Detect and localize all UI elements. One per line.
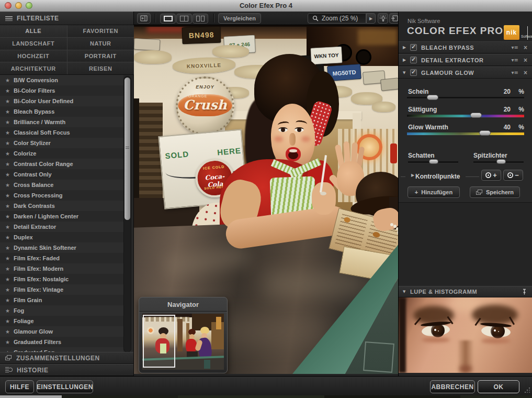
favorite-star-icon[interactable]: ★	[5, 151, 14, 157]
saettigung-slider-handle[interactable]	[470, 113, 482, 118]
schatten-slider-track[interactable]	[408, 161, 458, 163]
enabled-checkbox[interactable]: ✓	[410, 44, 417, 51]
enabled-checkbox[interactable]: ✓	[410, 57, 417, 63]
ok-button[interactable]: OK	[478, 380, 519, 393]
filter-list-item[interactable]: ★Film Efex: Vintage	[0, 284, 123, 295]
zoom-control[interactable]: Zoom (25 %)	[308, 13, 366, 24]
filter-list-item[interactable]: ★Dynamic Skin Softener	[0, 242, 123, 253]
hide-panel-button[interactable]	[137, 13, 151, 24]
chevron-right-icon[interactable]: ▶	[403, 45, 410, 50]
favorite-star-icon[interactable]: ★	[5, 277, 14, 282]
filter-list-item[interactable]: ★Bi-Color User Defined	[0, 96, 123, 106]
favorite-star-icon[interactable]: ★	[5, 182, 14, 188]
favorite-star-icon[interactable]: ★	[5, 329, 14, 335]
schatten-slider-handle[interactable]	[429, 159, 438, 164]
add-control-point-button[interactable]: +	[481, 170, 501, 181]
chevron-down-icon[interactable]: ▼	[403, 71, 410, 75]
favorite-star-icon[interactable]: ★	[5, 119, 14, 125]
navigator-view-rect[interactable]	[143, 315, 175, 368]
remove-filter-icon[interactable]: ×	[524, 57, 527, 64]
compare-button[interactable]: Vergleichen	[218, 13, 261, 24]
filter-list-item[interactable]: ★Foliage	[0, 316, 123, 326]
filter-list-item[interactable]: ★Colorize	[0, 148, 123, 159]
zoom-menu-button[interactable]: ▶	[366, 13, 376, 24]
filter-list-item[interactable]: ★Duplex	[0, 232, 123, 242]
chevron-right-icon[interactable]: ▶	[403, 58, 410, 62]
settings-button[interactable]: EINSTELLUNGEN	[37, 380, 93, 393]
filter-list-item[interactable]: ★Bi-Color Filters	[0, 85, 123, 96]
preset-menu-icon[interactable]: ▾≡	[512, 57, 518, 63]
category-alle[interactable]: ALLE	[0, 25, 67, 37]
filter-list-item[interactable]: ★Darken / Lighten Center	[0, 211, 123, 222]
preset-menu-icon[interactable]: ▾≡	[512, 45, 518, 50]
spitzlichter-slider-track[interactable]	[473, 161, 524, 163]
favorite-star-icon[interactable]: ★	[5, 266, 14, 272]
favorite-star-icon[interactable]: ★	[5, 256, 14, 261]
favorite-star-icon[interactable]: ★	[5, 203, 14, 209]
schein-slider-handle[interactable]	[427, 95, 438, 100]
navigator-panel[interactable]: Navigator	[139, 297, 228, 373]
spitzlichter-slider-handle[interactable]	[496, 159, 506, 164]
filter-list-item[interactable]: ★Fog	[0, 305, 123, 316]
stack-item-detail-extractor[interactable]: ▶ ✓ DETAIL EXTRACTOR ▾≡ ×	[399, 54, 532, 66]
view-split-button[interactable]	[176, 14, 192, 24]
favorite-star-icon[interactable]: ★	[5, 109, 14, 115]
favorite-star-icon[interactable]: ★	[5, 214, 14, 219]
category-favoriten[interactable]: FAVORITEN	[67, 25, 134, 37]
remove-control-point-button[interactable]: −	[503, 170, 523, 181]
category-architektur[interactable]: ARCHITEKTUR	[0, 62, 67, 74]
favorite-star-icon[interactable]: ★	[5, 172, 14, 178]
pin-icon[interactable]	[521, 288, 528, 295]
image-canvas[interactable]: BN498 87 ⋄ 246 63 948 WKN TOY MG50TD KNO…	[134, 25, 398, 374]
category-reisen[interactable]: REISEN	[67, 62, 134, 74]
favorite-star-icon[interactable]: ★	[5, 161, 14, 167]
filter-list-item[interactable]: ★Contrast Only	[0, 169, 123, 180]
favorite-star-icon[interactable]: ★	[5, 224, 14, 230]
chevron-down-icon[interactable]: ▼	[403, 290, 410, 294]
filter-list-item[interactable]: ★Film Efex: Modern	[0, 263, 123, 274]
schein-slider-track[interactable]	[407, 97, 524, 99]
favorite-star-icon[interactable]: ★	[5, 140, 14, 146]
scrollbar-thumb[interactable]	[124, 78, 130, 220]
stack-item-glamour-glow[interactable]: ▼ ✓ GLAMOUR GLOW ▾≡ ×	[399, 67, 532, 79]
titlebar[interactable]: Color Efex Pro 4	[0, 0, 532, 12]
favorite-star-icon[interactable]: ★	[5, 193, 14, 198]
filter-list-item[interactable]: ★Film Efex: Nostalgic	[0, 274, 123, 284]
favorite-star-icon[interactable]: ★	[5, 88, 14, 94]
favorite-star-icon[interactable]: ★	[5, 318, 14, 324]
glow-warmth-slider-handle[interactable]	[479, 130, 491, 136]
category-portrait[interactable]: PORTRAIT	[67, 50, 134, 62]
background-color-button[interactable]	[378, 13, 388, 24]
filter-list-item[interactable]: ★Detail Extractor	[0, 222, 123, 232]
stack-item-bleach-bypass[interactable]: ▶ ✓ BLEACH BYPASS ▾≡ ×	[399, 41, 532, 53]
filter-list-item[interactable]: ★Dark Contrasts	[0, 201, 123, 211]
cancel-button[interactable]: ABBRECHEN	[430, 380, 475, 393]
favorite-star-icon[interactable]: ★	[5, 235, 14, 240]
filter-list-item[interactable]: ★Bleach Bypass	[0, 106, 123, 117]
compilations-section[interactable]: ZUSAMMENSTELLUNGEN	[0, 352, 133, 364]
filter-list-item[interactable]: ★Graduated Filters	[0, 337, 123, 347]
favorite-star-icon[interactable]: ★	[5, 245, 14, 251]
filter-list-item[interactable]: ★Contrast Color Range	[0, 159, 123, 169]
navigator-thumbnail[interactable]	[142, 314, 224, 370]
view-single-button[interactable]	[160, 14, 176, 24]
favorite-star-icon[interactable]: ★	[5, 130, 14, 136]
filter-list-item[interactable]: ★Color Stylizer	[0, 138, 123, 148]
favorite-star-icon[interactable]: ★	[5, 287, 14, 293]
saettigung-slider-track[interactable]	[407, 115, 524, 117]
filter-list-item[interactable]: ★Film Efex: Faded	[0, 253, 123, 263]
filter-list-item[interactable]: ★Brilliance / Warmth	[0, 117, 123, 127]
filter-list-item[interactable]: ★Cross Processing	[0, 190, 123, 201]
add-filter-button[interactable]: + Hinzufügen	[408, 186, 460, 198]
enabled-checkbox[interactable]: ✓	[410, 69, 417, 76]
category-landschaft[interactable]: LANDSCHAFT	[0, 38, 67, 50]
favorite-star-icon[interactable]: ★	[5, 297, 14, 303]
favorite-star-icon[interactable]: ★	[5, 339, 14, 345]
filterlist-header[interactable]: FILTERLISTE	[0, 12, 133, 25]
lupe-histogram-header[interactable]: ▼ LUPE & HISTOGRAMM	[399, 286, 532, 297]
favorite-star-icon[interactable]: ★	[5, 78, 14, 83]
favorite-star-icon[interactable]: ★	[5, 98, 14, 104]
filter-list-item[interactable]: ★Glamour Glow	[0, 326, 123, 337]
filter-list-item[interactable]: ★Cross Balance	[0, 180, 123, 190]
category-natur[interactable]: NATUR	[67, 38, 134, 50]
